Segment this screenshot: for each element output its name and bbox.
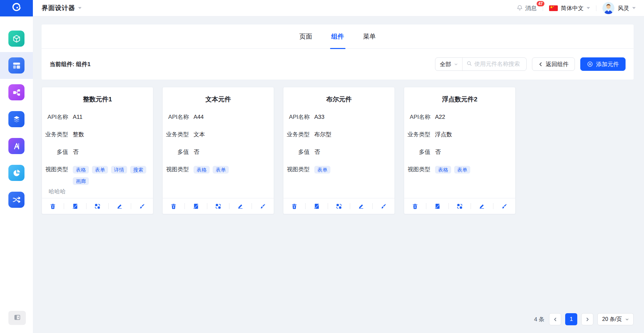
- tab-menus[interactable]: 菜单: [363, 25, 376, 49]
- toolbar: 当前组件: 组件1 全部: [42, 49, 634, 80]
- multi-value: 否: [314, 148, 320, 156]
- form-design-button[interactable]: [426, 198, 448, 214]
- view-type-tag: 表单: [92, 166, 108, 174]
- api-name-value: A44: [194, 113, 204, 121]
- sidebar-item-flow[interactable]: [0, 79, 33, 106]
- form-edit-icon: [434, 203, 441, 209]
- view-type-tag: 表单: [314, 166, 330, 174]
- sidebar-item-layers[interactable]: [0, 106, 33, 133]
- view-type-tags: 表格表单: [194, 166, 270, 174]
- brush-icon: [139, 203, 145, 209]
- business-type-value: 布尔型: [314, 131, 331, 138]
- page-size-value: 20 条/页: [602, 316, 622, 323]
- user-menu[interactable]: 风灵: [602, 2, 636, 14]
- bell-icon: [517, 4, 523, 12]
- element-card: 整数元件1 API名称A11 业务类型整数 多值否 视图类型 表格表单详情搜索画…: [42, 87, 153, 214]
- multi-value: 否: [73, 148, 78, 156]
- messages-button[interactable]: 消息 47: [517, 4, 537, 12]
- style-button[interactable]: [131, 198, 153, 214]
- back-button-label: 返回组件: [546, 60, 569, 68]
- element-card-list: 整数元件1 API名称A11 业务类型整数 多值否 视图类型 表格表单详情搜索画…: [42, 87, 516, 214]
- language-selector[interactable]: ★★ 简体中文: [549, 4, 590, 12]
- style-button[interactable]: [373, 198, 394, 214]
- edit-button[interactable]: [350, 198, 372, 214]
- current-component-label: 当前组件: 组件1: [50, 60, 91, 68]
- delete-button[interactable]: [42, 198, 64, 214]
- tab-pages[interactable]: 页面: [300, 25, 312, 49]
- view-type-tags: 表格表单详情搜索画廊: [73, 166, 149, 185]
- edit-button[interactable]: [229, 198, 251, 214]
- next-page-button[interactable]: [581, 313, 593, 325]
- field-label: 业务类型: [404, 131, 430, 138]
- delete-icon: [291, 203, 298, 209]
- chevron-down-icon: [454, 62, 458, 66]
- swap-component-button[interactable]: [449, 198, 471, 214]
- tab-components[interactable]: 组件: [331, 25, 344, 49]
- china-flag-icon: ★★: [549, 5, 558, 11]
- chevron-right-icon: [585, 317, 590, 322]
- form-design-button[interactable]: [185, 198, 207, 214]
- sidebar-item-interface-designer[interactable]: [0, 52, 33, 79]
- sidebar-item-integration[interactable]: [0, 186, 33, 213]
- swap-component-button[interactable]: [207, 198, 229, 214]
- filter-select[interactable]: 全部: [435, 58, 462, 70]
- layers-icon: [8, 111, 24, 127]
- add-button-label: 添加元件: [596, 60, 619, 68]
- pie-chart-icon: [8, 165, 24, 181]
- chevron-down-icon: [587, 7, 590, 9]
- swap-component-button[interactable]: [87, 198, 108, 214]
- edit-icon: [237, 203, 244, 209]
- back-to-components-button[interactable]: 返回组件: [532, 57, 575, 71]
- view-type-tags: 表格表单: [435, 166, 512, 174]
- field-label: 多值: [42, 148, 68, 156]
- search-input[interactable]: [474, 61, 522, 67]
- sidebar-collapse-button[interactable]: [8, 311, 26, 325]
- element-card: 浮点数元件2 API名称A22 业务类型浮点数 多值否 视图类型 表格表单: [404, 87, 516, 214]
- swap-icon: [336, 203, 342, 209]
- card-actions: [404, 198, 515, 214]
- delete-icon: [170, 203, 177, 209]
- add-element-button[interactable]: 添加元件: [580, 57, 626, 71]
- sidebar-item-ai[interactable]: [0, 133, 33, 159]
- style-button[interactable]: [252, 198, 274, 214]
- form-design-button[interactable]: [64, 198, 86, 214]
- field-label: API名称: [283, 113, 310, 121]
- swap-component-button[interactable]: [328, 198, 350, 214]
- chevron-down-icon: [78, 7, 82, 9]
- chevron-down-icon: [632, 7, 636, 9]
- edit-button[interactable]: [109, 198, 130, 214]
- element-card: 布尔元件 API名称A33 业务类型布尔型 多值否 视图类型 表单: [283, 87, 395, 214]
- card-title: 浮点数元件2: [404, 95, 515, 104]
- business-type-value: 浮点数: [435, 131, 452, 138]
- business-type-value: 文本: [194, 131, 205, 138]
- language-label: 简体中文: [561, 4, 584, 12]
- card-actions: [283, 198, 394, 214]
- collapse-panel-icon: [13, 314, 21, 323]
- page-size-select[interactable]: 20 条/页: [597, 313, 634, 325]
- form-design-button[interactable]: [306, 198, 327, 214]
- style-button[interactable]: [493, 198, 515, 214]
- sidebar-item-cube[interactable]: [0, 25, 33, 52]
- delete-button[interactable]: [163, 198, 184, 214]
- delete-button[interactable]: [404, 198, 426, 214]
- app-title-dropdown[interactable]: 界面设计器: [42, 4, 82, 12]
- delete-button[interactable]: [283, 198, 305, 214]
- circle-plus-icon: [587, 61, 593, 67]
- cube-icon: [8, 31, 24, 47]
- field-label: 视图类型: [163, 166, 189, 173]
- field-label: API名称: [163, 113, 189, 121]
- top-panel: 页面 组件 菜单 当前组件: 组件1 全部: [42, 25, 634, 80]
- prev-page-button[interactable]: [549, 313, 561, 325]
- api-name-value: A33: [314, 113, 324, 121]
- view-type-tag: 表格: [435, 166, 451, 174]
- field-label: 多值: [163, 148, 189, 156]
- field-label: 视图类型: [283, 166, 310, 173]
- api-name-value: A22: [435, 113, 445, 121]
- edit-button[interactable]: [471, 198, 493, 214]
- top-header: 界面设计器 消息 47 ★★ 简体中文: [0, 0, 644, 16]
- form-edit-icon: [193, 203, 199, 209]
- delete-icon: [412, 203, 418, 209]
- sidebar-item-charts[interactable]: [0, 159, 33, 186]
- field-label: 业务类型: [283, 131, 310, 138]
- page-number-button[interactable]: 1: [565, 313, 577, 325]
